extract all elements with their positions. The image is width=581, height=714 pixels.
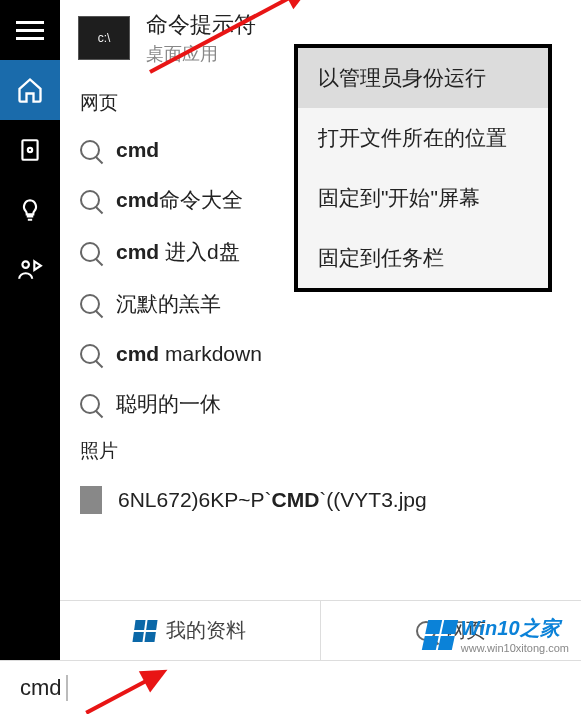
bulb-icon — [17, 197, 43, 223]
search-input[interactable]: cmd — [0, 660, 581, 714]
windows-icon — [422, 620, 458, 650]
search-icon — [80, 394, 100, 414]
reminders-button[interactable] — [0, 180, 60, 240]
svg-rect-0 — [22, 140, 37, 160]
cortana-sidebar — [0, 0, 60, 660]
watermark: Win10之家 www.win10xitong.com — [425, 615, 569, 654]
web-result[interactable]: 聪明的一休 — [60, 378, 581, 430]
svg-point-1 — [28, 148, 32, 152]
search-icon — [80, 344, 100, 364]
text-caret — [66, 675, 68, 701]
context-run-as-admin[interactable]: 以管理员身份运行 — [298, 48, 548, 108]
watermark-url: www.win10xitong.com — [461, 642, 569, 654]
menu-button[interactable] — [0, 0, 60, 60]
file-icon — [80, 486, 102, 514]
search-icon — [80, 190, 100, 210]
context-open-file-location[interactable]: 打开文件所在的位置 — [298, 108, 548, 168]
home-button[interactable] — [0, 60, 60, 120]
svg-point-2 — [22, 261, 29, 268]
best-match-text: 命令提示符 桌面应用 — [146, 10, 256, 66]
search-value: cmd — [20, 675, 62, 701]
search-icon — [80, 294, 100, 314]
photo-result[interactable]: 6NL672)6KP~P`CMD`((VYT3.jpg — [60, 474, 581, 526]
search-icon — [80, 140, 100, 160]
feedback-icon — [17, 257, 43, 283]
cmd-icon: c:\ — [78, 16, 130, 60]
search-icon — [80, 242, 100, 262]
watermark-title: Win10之家 — [461, 615, 569, 642]
tab-my-stuff[interactable]: 我的资料 — [60, 601, 321, 660]
tab-label: 我的资料 — [166, 617, 246, 644]
context-pin-to-start[interactable]: 固定到"开始"屏幕 — [298, 168, 548, 228]
windows-icon — [132, 620, 157, 642]
photos-section-label: 照片 — [60, 430, 581, 474]
notebook-icon — [17, 137, 43, 163]
feedback-button[interactable] — [0, 240, 60, 300]
context-menu: 以管理员身份运行 打开文件所在的位置 固定到"开始"屏幕 固定到任务栏 — [294, 44, 552, 292]
hamburger-icon — [16, 21, 44, 40]
home-icon — [16, 76, 44, 104]
notebook-button[interactable] — [0, 120, 60, 180]
context-pin-to-taskbar[interactable]: 固定到任务栏 — [298, 228, 548, 288]
web-result[interactable]: cmd markdown — [60, 330, 581, 378]
